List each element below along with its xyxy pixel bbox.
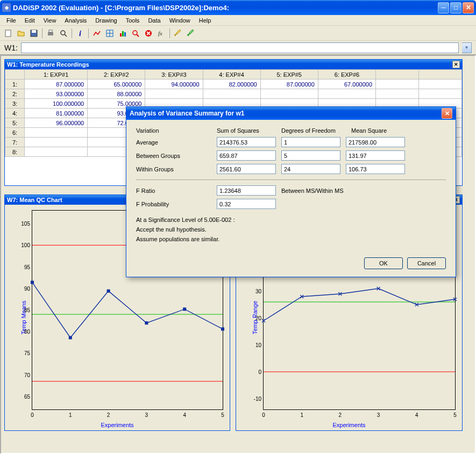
row-header-5[interactable]: 5: [5,118,25,128]
col-header-6[interactable]: 6: EXP#6 [318,70,375,80]
col-header-1[interactable]: 1: EXP#1 [25,70,88,80]
anova-ms-2[interactable] [346,164,405,174]
cell-2-6[interactable] [318,89,375,99]
cell-3-1[interactable]: 100.000000 [25,99,88,109]
menu-tools[interactable]: Tools [122,16,144,25]
cell-1-5[interactable]: 87.000000 [260,80,318,89]
menu-view[interactable]: View [39,16,61,25]
row-header-3[interactable]: 3: [5,99,25,109]
row-header-1[interactable]: 1: [5,80,25,89]
ytick: 65 [16,393,30,399]
cell-2-5[interactable] [260,89,318,99]
xtick: 0 [262,412,265,418]
cell-1-4[interactable]: 82.000000 [203,80,260,89]
w1-close-button[interactable]: ✕ [452,61,460,68]
cell-empty[interactable] [376,89,419,99]
svg-rect-2 [32,30,36,33]
cell-1-6[interactable]: 67.000000 [318,80,375,89]
cell-5-1[interactable]: 96.000000 [25,118,88,128]
grid-icon[interactable] [104,27,116,39]
cell-2-2[interactable]: 88.00000 [88,89,145,99]
xtick: 2 [339,412,342,418]
command-dropdown[interactable]: ▼ [462,42,472,53]
row-header-4[interactable]: 4: [5,109,25,118]
ytick: 10 [247,342,261,348]
w1-titlebar[interactable]: W1: Temperature Recordings ✕ [5,60,462,69]
col-header-3[interactable]: 3: EXP#3 [145,70,203,80]
anova-ms-0[interactable] [346,137,405,147]
info-icon[interactable]: i [74,27,86,39]
hdr-ms: Mean Square [351,127,410,134]
xtick: 3 [377,412,380,418]
ytick: 80 [16,329,30,335]
menu-edit[interactable]: Edit [20,16,39,25]
preview-icon[interactable] [58,27,69,39]
cell-1-1[interactable]: 87.000000 [25,80,88,89]
menu-window[interactable]: Window [165,16,195,25]
cell-empty[interactable] [376,80,419,89]
anova-sos-2[interactable] [217,164,276,174]
menu-file[interactable]: File [2,16,20,25]
pencil2-icon[interactable] [185,27,197,39]
fprob-field[interactable] [217,199,276,209]
cell-empty[interactable] [419,80,462,89]
row-header-6[interactable]: 6: [5,128,25,138]
new-icon[interactable] [2,27,14,39]
menu-help[interactable]: Help [195,16,216,25]
svg-rect-26 [145,321,148,325]
menu-drawing[interactable]: Drawing [91,16,121,25]
cell-1-2[interactable]: 65.000000 [88,80,145,89]
col-header-2[interactable]: 2: EXP#2 [88,70,145,80]
cell-7-1[interactable] [25,138,88,147]
stop-icon[interactable] [143,27,154,39]
ytick: 20 [247,315,261,321]
anova-titlebar[interactable]: Analysis of Variance Summary for w1 ✕ [126,107,456,120]
xtick: 1 [69,412,72,418]
corner-cell [5,70,25,80]
col-header-4[interactable]: 4: EXP#4 [203,70,260,80]
chart1-icon[interactable] [91,27,103,39]
svg-rect-0 [5,30,11,37]
row-header-8[interactable]: 8: [5,147,25,157]
anova-sos-0[interactable] [217,137,276,147]
menu-data[interactable]: Data [144,16,165,25]
col-header-5[interactable]: 5: EXP#5 [260,70,318,80]
row-header-7[interactable]: 7: [5,138,25,147]
xtick: 5 [453,412,457,418]
anova-close-button[interactable]: ✕ [442,108,452,119]
anova-ms-1[interactable] [346,150,405,161]
save-icon[interactable] [28,27,40,39]
chart2-icon[interactable] [117,27,129,39]
anova-dof-0[interactable] [281,137,340,147]
anova-dof-2[interactable] [281,164,340,174]
cell-4-1[interactable]: 81.000000 [25,109,88,118]
close-button[interactable]: ✕ [463,2,474,13]
open-icon[interactable] [15,27,27,39]
command-input[interactable] [21,42,459,53]
minimize-button[interactable]: ─ [438,2,449,13]
fprob-label: F Probability [136,201,211,207]
ok-button[interactable]: OK [364,257,403,269]
cell-6-1[interactable] [25,128,88,138]
zoom-icon[interactable] [130,27,141,39]
anova-dof-1[interactable] [281,150,340,161]
fratio-field[interactable] [217,185,276,196]
cancel-button[interactable]: Cancel [407,257,446,269]
sig-line: At a Significance Level of 5.00E-002 : [136,217,446,223]
cell-2-3[interactable] [145,89,203,99]
menu-analysis[interactable]: Analysis [60,16,91,25]
maximize-button[interactable]: □ [450,2,461,13]
cell-8-1[interactable] [25,147,88,157]
cell-empty[interactable] [419,89,462,99]
anova-sos-1[interactable] [217,150,276,161]
row-header-2[interactable]: 2: [5,89,25,99]
pencil1-icon[interactable] [172,27,184,39]
fx-icon[interactable]: fx [155,27,167,39]
svg-rect-12 [122,31,124,37]
toolbar-separator [42,28,42,38]
print-icon[interactable] [45,27,56,39]
cell-2-4[interactable] [203,89,260,99]
accept-line: Accept the null hypothesis. [136,226,446,233]
cell-1-3[interactable]: 94.000000 [145,80,203,89]
cell-2-1[interactable]: 93.000000 [25,89,88,99]
